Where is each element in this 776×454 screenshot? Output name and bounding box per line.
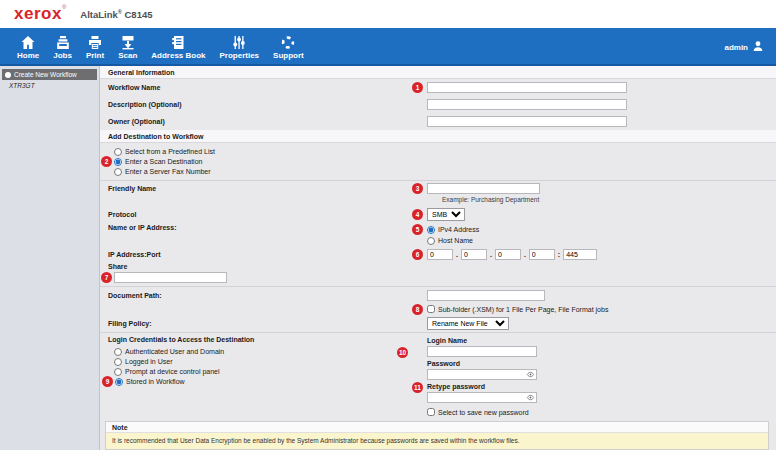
option-logged-in-user[interactable]: Logged in User (114, 357, 427, 366)
port-input[interactable] (563, 249, 597, 260)
description-input[interactable] (427, 99, 627, 110)
option-server-fax[interactable]: Enter a Server Fax Number (114, 167, 768, 176)
section-add-destination: Add Destination to Workflow (100, 130, 776, 143)
password-input[interactable] (427, 369, 537, 380)
option-stored-in-workflow[interactable]: 9 Stored in Workflow (114, 377, 427, 386)
option-prompt-at-panel[interactable]: Prompt at device control panel (114, 367, 427, 376)
name-or-ip-label: Name or IP Address: (108, 224, 427, 231)
nav-item-support[interactable]: Support (266, 33, 311, 62)
nav-item-home[interactable]: Home (10, 33, 46, 62)
retype-password-label: Retype password (427, 383, 485, 390)
ip-address-port-row: IP Address:Port 6 . . . : (100, 246, 776, 262)
option-predefined-list[interactable]: Select from a Predefined List (114, 147, 768, 156)
note-text: It is recommended that User Data Encrypt… (106, 433, 768, 449)
authenticated-user-radio[interactable] (114, 348, 122, 356)
protocol-label: Protocol (108, 211, 427, 218)
protocol-select[interactable]: SMB (427, 208, 465, 221)
home-icon (20, 35, 36, 50)
nav-item-scan[interactable]: Scan (111, 33, 144, 62)
note-title: Note (106, 422, 768, 433)
scan-icon (120, 35, 136, 50)
ipv4-address-radio[interactable] (427, 226, 435, 234)
workflow-sidebar: Create New Workflow XTR3GT (0, 66, 100, 450)
sidebar-item-create-new-workflow[interactable]: Create New Workflow (2, 69, 97, 80)
save-password-option[interactable]: Select to save new password (427, 408, 537, 416)
support-icon (280, 35, 296, 50)
subfolder-row: 8 Sub-folder (.XSM) for 1 File Per Page,… (100, 303, 776, 315)
step-badge-10: 10 (397, 347, 408, 358)
friendly-name-row: Friendly Name 3 (100, 180, 776, 196)
logged-in-user[interactable]: admin (724, 40, 764, 62)
host-name-radio[interactable] (427, 237, 435, 245)
option-ipv4-address[interactable]: 5 IPv4 Address (427, 225, 479, 234)
ip-address-port-label: IP Address:Port (108, 251, 427, 258)
user-name: admin (724, 43, 748, 52)
nav-item-address-book[interactable]: Address Book (144, 33, 212, 62)
login-credentials-label: Login Credentials to Access the Destinat… (108, 336, 427, 346)
owner-label: Owner (Optional) (108, 118, 427, 125)
step-badge-11: 11 (412, 382, 423, 393)
step-badge-6: 6 (412, 249, 423, 260)
prompt-at-panel-radio[interactable] (114, 368, 122, 376)
document-path-input[interactable] (427, 290, 545, 301)
section-general-information: General Information (100, 66, 776, 79)
share-label: Share (100, 262, 776, 271)
predefined-list-radio[interactable] (114, 148, 122, 156)
nav-item-properties[interactable]: Properties (213, 33, 267, 62)
description-label: Description (Optional) (108, 101, 427, 108)
protocol-row: Protocol 4 SMB (100, 206, 776, 222)
main-nav: Home Jobs Print Scan Address Book Proper… (0, 28, 776, 66)
friendly-name-input[interactable] (427, 183, 540, 194)
show-password-icon[interactable] (526, 370, 535, 380)
option-scan-destination[interactable]: 2 Enter a Scan Destination (114, 157, 768, 166)
ip-colon: : (558, 251, 560, 258)
option-authenticated-user[interactable]: Authenticated User and Domain (114, 347, 427, 356)
workflow-name-input[interactable] (427, 82, 627, 93)
sidebar-item-workflow[interactable]: XTR3GT (0, 80, 99, 91)
ip-octet-4-input[interactable] (529, 249, 555, 260)
owner-input[interactable] (427, 116, 627, 127)
nav-item-jobs[interactable]: Jobs (46, 33, 79, 62)
scan-destination-radio[interactable] (114, 158, 122, 166)
nav-item-print[interactable]: Print (79, 33, 111, 62)
workflow-icon (5, 72, 11, 78)
step-badge-9: 9 (102, 376, 113, 387)
user-icon (752, 40, 764, 54)
option-host-name[interactable]: Host Name (427, 236, 473, 245)
logged-in-user-radio[interactable] (114, 358, 122, 366)
step-badge-4: 4 (412, 209, 423, 220)
name-or-ip-row: Name or IP Address: 5 IPv4 Address Host … (100, 222, 776, 246)
properties-icon (231, 35, 247, 50)
show-retype-password-icon[interactable] (526, 393, 535, 403)
xerox-logo: xerox® (14, 4, 66, 24)
filing-policy-row: Filing Policy: Rename New File (100, 315, 776, 332)
login-credentials-section: Login Credentials to Access the Destinat… (100, 332, 776, 418)
stored-in-workflow-radio[interactable] (115, 378, 123, 386)
login-name-label: Login Name (427, 337, 537, 346)
subfolder-option[interactable]: Sub-folder (.XSM) for 1 File Per Page, F… (427, 305, 608, 314)
subfolder-checkbox[interactable] (427, 305, 435, 313)
share-input[interactable] (114, 272, 227, 283)
retype-password-label-row: 11 Retype password (427, 383, 537, 392)
ip-octet-1-input[interactable] (427, 249, 453, 260)
step-badge-8: 8 (412, 304, 423, 315)
ip-octet-3-input[interactable] (495, 249, 521, 260)
print-icon (87, 35, 103, 50)
friendly-name-label: Friendly Name (108, 185, 427, 192)
document-path-row: Document Path: (100, 286, 776, 303)
save-password-checkbox[interactable] (427, 408, 435, 416)
login-name-input[interactable] (427, 346, 537, 357)
workflow-name-label: Workflow Name (108, 84, 427, 91)
address-book-icon (170, 35, 186, 50)
ip-octet-2-input[interactable] (461, 249, 487, 260)
retype-password-input[interactable] (427, 392, 537, 403)
jobs-icon (55, 35, 71, 50)
filing-policy-select[interactable]: Rename New File (427, 317, 509, 330)
title-bar: xerox® AltaLink® C8145 (0, 0, 776, 28)
server-fax-radio[interactable] (114, 168, 122, 176)
password-label: Password (427, 360, 537, 369)
step-badge-7: 7 (101, 272, 112, 283)
document-path-label: Document Path: (108, 292, 427, 299)
owner-row: Owner (Optional) (100, 113, 776, 130)
friendly-name-hint-row: Example: Purchasing Department (100, 196, 776, 206)
